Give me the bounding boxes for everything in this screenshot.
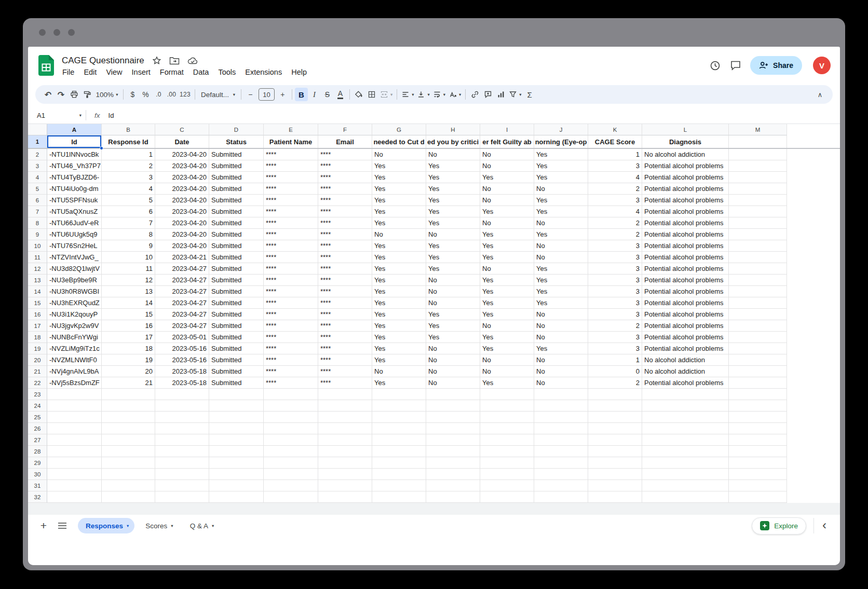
row-header-20[interactable]: 20 xyxy=(28,354,47,366)
row-header-31[interactable]: 31 xyxy=(28,480,47,491)
cell-C27[interactable] xyxy=(155,434,209,446)
cell-K17[interactable]: 2 xyxy=(588,320,642,332)
cell-G26[interactable] xyxy=(372,423,426,434)
cell-C32[interactable] xyxy=(155,491,209,503)
cell-M30[interactable] xyxy=(729,469,787,480)
cell-F30[interactable] xyxy=(318,469,372,480)
cell-I21[interactable]: No xyxy=(480,366,534,377)
cell-E14[interactable]: **** xyxy=(264,286,318,297)
cell-C9[interactable]: 2023-04-20 xyxy=(155,229,209,240)
cell-K8[interactable]: 2 xyxy=(588,217,642,229)
cell-C14[interactable]: 2023-04-27 xyxy=(155,286,209,297)
cell-C30[interactable] xyxy=(155,469,209,480)
cell-M19[interactable] xyxy=(729,343,787,354)
cell-L10[interactable]: Potential alcohol problems xyxy=(642,240,729,252)
cell-C7[interactable]: 2023-04-20 xyxy=(155,206,209,217)
row-header-26[interactable]: 26 xyxy=(28,423,47,434)
cell-F25[interactable] xyxy=(318,412,372,423)
cell-J15[interactable]: Yes xyxy=(534,297,588,309)
cell-A11[interactable]: -NTZVIntVJwG_ xyxy=(47,252,102,263)
cell-K31[interactable] xyxy=(588,480,642,491)
cell-F26[interactable] xyxy=(318,423,372,434)
row-header-7[interactable]: 7 xyxy=(28,206,47,217)
cell-B11[interactable]: 10 xyxy=(102,252,155,263)
cell-G21[interactable]: No xyxy=(372,366,426,377)
cell-G13[interactable]: Yes xyxy=(372,275,426,286)
cell-I5[interactable]: No xyxy=(480,183,534,195)
cell-B22[interactable]: 21 xyxy=(102,377,155,389)
cell-B12[interactable]: 11 xyxy=(102,263,155,275)
cell-K21[interactable]: 0 xyxy=(588,366,642,377)
cell-A17[interactable]: -NU3jgvKp2w9V xyxy=(47,320,102,332)
cell-G23[interactable] xyxy=(372,389,426,400)
window-zoom-button[interactable] xyxy=(68,29,75,36)
row-header-21[interactable]: 21 xyxy=(28,366,47,377)
cell-J9[interactable]: Yes xyxy=(534,229,588,240)
cell-C21[interactable]: 2023-05-18 xyxy=(155,366,209,377)
cell-J11[interactable]: No xyxy=(534,252,588,263)
row-header-5[interactable]: 5 xyxy=(28,183,47,195)
cell-I3[interactable]: No xyxy=(480,160,534,172)
window-minimize-button[interactable] xyxy=(53,29,60,36)
cell-D32[interactable] xyxy=(209,491,264,503)
cloud-saved-icon[interactable] xyxy=(187,56,198,65)
increase-font-size-button[interactable]: + xyxy=(276,88,289,101)
cell-A3[interactable]: -NTU46_Vh37P7 xyxy=(47,160,102,172)
cell-J4[interactable]: Yes xyxy=(534,172,588,183)
cell-M16[interactable] xyxy=(729,309,787,320)
font-size-input[interactable]: 10 xyxy=(259,88,275,101)
cell-G9[interactable]: No xyxy=(372,229,426,240)
cell-H24[interactable] xyxy=(426,400,480,412)
menu-file[interactable]: File xyxy=(58,67,79,77)
cell-A27[interactable] xyxy=(47,434,102,446)
cell-K19[interactable]: 3 xyxy=(588,343,642,354)
cell-C19[interactable]: 2023-05-16 xyxy=(155,343,209,354)
cell-B31[interactable] xyxy=(102,480,155,491)
menu-insert[interactable]: Insert xyxy=(127,67,155,77)
row-header-30[interactable]: 30 xyxy=(28,469,47,480)
cell-I16[interactable]: Yes xyxy=(480,309,534,320)
cell-E28[interactable] xyxy=(264,446,318,457)
cell-G7[interactable]: Yes xyxy=(372,206,426,217)
cell-G20[interactable]: Yes xyxy=(372,354,426,366)
cell-M29[interactable] xyxy=(729,457,787,469)
cell-A1[interactable]: Id xyxy=(47,135,102,148)
move-folder-icon[interactable] xyxy=(169,56,180,65)
cell-D26[interactable] xyxy=(209,423,264,434)
column-header-D[interactable]: D xyxy=(209,124,264,135)
cell-J16[interactable]: No xyxy=(534,309,588,320)
cell-E6[interactable]: **** xyxy=(264,195,318,206)
cell-F15[interactable]: **** xyxy=(318,297,372,309)
cell-I24[interactable] xyxy=(480,400,534,412)
cell-E15[interactable]: **** xyxy=(264,297,318,309)
cell-J2[interactable]: Yes xyxy=(534,149,588,160)
cell-I10[interactable]: Yes xyxy=(480,240,534,252)
cell-B26[interactable] xyxy=(102,423,155,434)
cell-C29[interactable] xyxy=(155,457,209,469)
cell-F31[interactable] xyxy=(318,480,372,491)
cell-I29[interactable] xyxy=(480,457,534,469)
cell-L13[interactable]: Potential alcohol problems xyxy=(642,275,729,286)
cell-D9[interactable]: Submitted xyxy=(209,229,264,240)
cell-B17[interactable]: 16 xyxy=(102,320,155,332)
cell-F20[interactable]: **** xyxy=(318,354,372,366)
format-percent-button[interactable]: % xyxy=(139,88,152,101)
cell-L23[interactable] xyxy=(642,389,729,400)
cell-K15[interactable]: 3 xyxy=(588,297,642,309)
comments-icon[interactable] xyxy=(730,60,741,71)
cell-K29[interactable] xyxy=(588,457,642,469)
menu-help[interactable]: Help xyxy=(287,67,311,77)
cell-F7[interactable]: **** xyxy=(318,206,372,217)
cell-D18[interactable]: Submitted xyxy=(209,332,264,343)
borders-button[interactable] xyxy=(365,88,378,101)
cell-E19[interactable]: **** xyxy=(264,343,318,354)
cell-E25[interactable] xyxy=(264,412,318,423)
cell-I28[interactable] xyxy=(480,446,534,457)
cell-F11[interactable]: **** xyxy=(318,252,372,263)
cell-K3[interactable]: 3 xyxy=(588,160,642,172)
insert-comment-button[interactable] xyxy=(481,88,494,101)
cell-C2[interactable]: 2023-04-20 xyxy=(155,149,209,160)
cell-I1[interactable]: er felt Guilty ab xyxy=(480,135,534,148)
fill-color-button[interactable] xyxy=(352,88,365,101)
cell-M10[interactable] xyxy=(729,240,787,252)
